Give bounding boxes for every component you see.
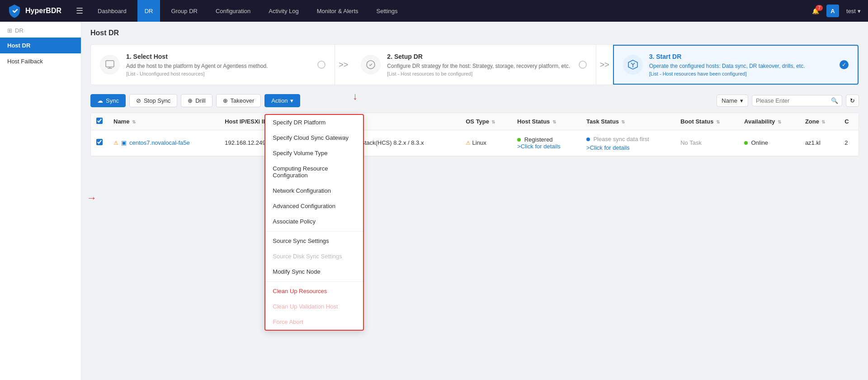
logo-icon — [7, 4, 22, 18]
step-1-desc: Add the host to the platform by Agent or… — [126, 62, 311, 70]
th-boot-status[interactable]: Boot Status ⇅ — [675, 113, 739, 130]
dropdown-advanced-config[interactable]: Advanced Configuration — [265, 199, 363, 214]
sort-icon-boot-status: ⇅ — [716, 119, 720, 124]
table-wrap: Name ⇅ Host IP/ESXi IP ⇅ Cloud Type ⇅ — [90, 113, 859, 157]
host-icon: ▣ — [121, 139, 127, 146]
th-availability[interactable]: Availability ⇅ — [739, 113, 800, 130]
search-field-select[interactable]: Name ▾ — [717, 95, 748, 107]
search-field-label: Name — [722, 97, 737, 104]
dropdown-associate-policy[interactable]: Associate Policy — [265, 214, 363, 229]
step-3[interactable]: 3. Start DR Operate the configured hosts… — [613, 45, 859, 85]
dropdown-clean-up-validation-host[interactable]: Clean Up Validation Host — [265, 299, 363, 314]
step-3-sub: [List - Host resources have been configu… — [649, 71, 833, 76]
dropdown-network-config[interactable]: Network Configuration — [265, 183, 363, 199]
row-name-cell: ⚠ ▣ centos7.novalocal-fa5e — [108, 130, 219, 156]
host-name-text: centos7.novalocal-fa5e — [129, 139, 190, 146]
step-arrow-1: >> — [335, 45, 352, 85]
main-content: Host DR 1. Select Host Add the host to t… — [81, 22, 868, 380]
logo-area: HyperBDR — [7, 4, 61, 18]
annotation-arrow-2: → — [87, 192, 97, 204]
steps-row: 1. Select Host Add the host to the platf… — [90, 44, 859, 85]
host-name-link[interactable]: ⚠ ▣ centos7.novalocal-fa5e — [113, 139, 214, 146]
grid-icon: ⊞ — [7, 27, 12, 34]
step-1-icon — [100, 55, 120, 75]
svg-rect-0 — [106, 61, 114, 67]
sidebar: ⊞ DR Host DR Host Failback — [0, 22, 81, 380]
step-2[interactable]: 2. Setup DR Configure DR strategy for th… — [352, 45, 596, 85]
nav-dr[interactable]: DR — [137, 0, 160, 22]
step-1[interactable]: 1. Select Host Add the host to the platf… — [91, 45, 335, 85]
nav-activity-log[interactable]: Activity Log — [261, 0, 306, 22]
select-all-checkbox[interactable] — [96, 118, 103, 124]
row-zone-cell: az1.kl — [800, 130, 839, 156]
app-title: HyperBDR — [25, 7, 61, 15]
dropdown-source-sync-settings[interactable]: Source Sync Settings — [265, 233, 363, 249]
host-ip-text: 192.168.12.249(h — [225, 139, 271, 146]
sidebar-item-host-failback[interactable]: Host Failback — [0, 53, 81, 69]
table-body: ⚠ ▣ centos7.novalocal-fa5e 192.168.12.24… — [91, 130, 859, 156]
step-arrow-2: >> — [596, 45, 613, 85]
dropdown-specify-dr-platform[interactable]: Specify DR Platform — [265, 115, 363, 130]
th-host-status[interactable]: Host Status ⇅ — [512, 113, 581, 130]
host-status-link[interactable]: >Click for details — [517, 143, 561, 150]
sort-icon-task-status: ⇅ — [621, 119, 625, 124]
nav-group-dr[interactable]: Group DR — [164, 0, 205, 22]
action-button[interactable]: Action ▾ — [264, 94, 300, 107]
nav-dashboard[interactable]: Dashboard — [90, 0, 134, 22]
th-task-status[interactable]: Task Status ⇅ — [581, 113, 675, 130]
dropdown-source-disk-sync-settings: Source Disk Sync Settings — [265, 249, 363, 264]
refresh-icon: ↻ — [850, 97, 855, 104]
row-availability-cell: Online — [739, 130, 800, 156]
step-2-sub: [List - Host resources to be configured] — [387, 71, 572, 76]
takeover-button[interactable]: ⊕ Takeover — [216, 94, 261, 107]
task-status-link[interactable]: >Click for details — [586, 144, 630, 151]
app-layout: ⊞ DR Host DR Host Failback Host DR — [0, 22, 868, 380]
stop-sync-button[interactable]: ⊘ Stop Sync — [129, 94, 177, 107]
refresh-button[interactable]: ↻ — [846, 95, 859, 107]
sort-icon-name: ⇅ — [132, 119, 136, 124]
drill-button[interactable]: ⊕ Drill — [181, 94, 212, 107]
task-status-text: Please sync data first — [593, 136, 649, 142]
zone-text: az1.kl — [805, 139, 821, 146]
step-2-radio — [579, 61, 587, 69]
search-input[interactable] — [756, 97, 828, 104]
row-task-status-cell: Please sync data first >Click for detail… — [581, 130, 675, 156]
nav-settings[interactable]: Settings — [369, 0, 405, 22]
sync-button[interactable]: ☁ Sync — [90, 94, 126, 107]
row-boot-status-cell: No Task — [675, 130, 739, 156]
stop-icon: ⊘ — [136, 97, 141, 104]
step-2-icon — [361, 55, 381, 75]
sidebar-item-label: Host DR — [7, 42, 30, 49]
th-os-type[interactable]: OS Type ⇅ — [460, 113, 512, 130]
th-c: C — [839, 113, 859, 130]
row-os-type-cell: ⚠ Linux — [460, 130, 512, 156]
dropdown-specify-cloud-sync-gateway[interactable]: Specify Cloud Sync Gateway — [265, 130, 363, 146]
boot-status-text: No Task — [680, 139, 702, 146]
search-icon[interactable]: 🔍 — [831, 97, 838, 104]
nav-configuration[interactable]: Configuration — [208, 0, 258, 22]
sidebar-item-host-dr[interactable]: Host DR — [0, 38, 81, 53]
dropdown-force-abort[interactable]: Force Abort — [265, 314, 363, 330]
hamburger-menu[interactable]: ☰ — [72, 4, 87, 18]
sort-icon-avail: ⇅ — [778, 119, 781, 124]
notification-count: 7 — [816, 5, 823, 11]
availability-text: Online — [751, 139, 768, 146]
sort-icon-zone: ⇅ — [821, 119, 825, 124]
th-name[interactable]: Name ⇅ — [108, 113, 219, 130]
notification-bell[interactable]: 🔔 7 — [812, 8, 819, 14]
step-1-radio — [317, 61, 326, 69]
os-type-text: Linux — [472, 139, 486, 146]
os-warn-icon: ⚠ — [466, 140, 471, 146]
step-1-title: 1. Select Host — [126, 53, 311, 60]
th-zone[interactable]: Zone ⇅ — [800, 113, 839, 130]
row-checkbox[interactable] — [96, 139, 103, 145]
dropdown-computing-resource[interactable]: Computing Resource Configuration — [265, 161, 363, 183]
user-menu[interactable]: test ▾ — [846, 8, 861, 14]
step-3-desc: Operate the configured hosts: Data sync,… — [649, 62, 833, 70]
dropdown-specify-volume-type[interactable]: Specify Volume Type — [265, 146, 363, 161]
row-c-cell: 2 — [839, 130, 859, 156]
row-host-status-cell: Registered >Click for details — [512, 130, 581, 156]
nav-monitor-alerts[interactable]: Monitor & Alerts — [310, 0, 366, 22]
dropdown-clean-up-resources[interactable]: Clean Up Resources — [265, 284, 363, 299]
dropdown-modify-sync-node[interactable]: Modify Sync Node — [265, 264, 363, 280]
